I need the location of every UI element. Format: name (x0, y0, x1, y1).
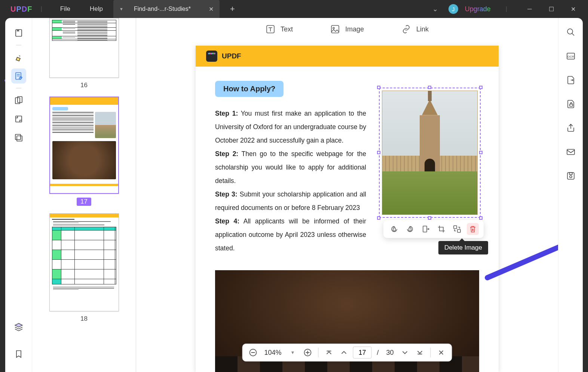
resize-handle[interactable] (428, 86, 431, 89)
edit-link-label: Link (416, 25, 429, 33)
steps-text: Step 1: You must first make an applicati… (215, 107, 366, 255)
left-toolbar (5, 18, 32, 372)
maximize-button[interactable]: ☐ (544, 6, 559, 13)
menu-file[interactable]: File (50, 5, 80, 13)
rotate-left-button[interactable] (388, 223, 400, 235)
search-button[interactable] (564, 25, 578, 39)
chevron-down-icon[interactable]: ⌄ (432, 5, 438, 13)
edit-text-button[interactable]: Text (266, 24, 293, 34)
protect-button[interactable] (564, 97, 578, 111)
document-area: Text Image Link UPDF How to Apply? (136, 18, 558, 372)
resize-handle[interactable] (428, 216, 431, 220)
replace-image-button[interactable] (451, 223, 463, 235)
thumbnail-number: 17 (77, 198, 91, 206)
titlebar: UPDF | File Help ▼ Find-and-...r-Studies… (0, 0, 588, 18)
redact-tool[interactable] (11, 130, 26, 145)
email-button[interactable] (564, 145, 578, 159)
minimize-button[interactable]: ─ (522, 6, 537, 12)
delete-image-button[interactable] (467, 223, 479, 235)
edit-image-button[interactable]: Image (330, 24, 364, 34)
convert-button[interactable] (564, 73, 578, 87)
resize-handle[interactable] (479, 86, 483, 89)
extract-image-button[interactable] (420, 223, 432, 235)
ocr-button[interactable]: OCR (564, 49, 578, 63)
thumbnail-page-16[interactable]: 16 (49, 18, 119, 89)
last-page-button[interactable] (414, 347, 426, 359)
rotate-right-button[interactable] (404, 223, 416, 235)
page-separator: / (375, 349, 381, 357)
svg-point-17 (567, 29, 573, 34)
thumbnail-page-18[interactable]: 18 (49, 213, 119, 323)
svg-rect-20 (570, 104, 573, 106)
crop-image-button[interactable] (435, 223, 447, 235)
delete-tooltip: Delete Image (438, 241, 488, 254)
svg-rect-6 (17, 136, 22, 141)
svg-rect-12 (423, 226, 427, 232)
tab-close-icon[interactable]: ✕ (209, 6, 214, 13)
svg-rect-22 (567, 173, 574, 179)
thumbnail-panel: 16 17 (32, 18, 136, 372)
crop-tool[interactable] (11, 112, 26, 126)
organize-tool[interactable] (11, 93, 26, 108)
share-button[interactable] (564, 121, 578, 135)
save-button[interactable] (564, 169, 578, 183)
menu-help[interactable]: Help (80, 5, 113, 13)
svg-rect-13 (454, 226, 457, 229)
first-page-button[interactable] (323, 347, 335, 359)
edit-toolbar: Text Image Link (136, 18, 558, 40)
close-button[interactable]: ✕ (566, 6, 581, 13)
pdf-page: UPDF How to Apply? Step 1: You must firs… (196, 46, 499, 372)
zoom-dropdown[interactable]: ▼ (287, 347, 299, 359)
edit-image-label: Image (345, 25, 364, 33)
thumbnail-page-17[interactable]: 17 (49, 97, 119, 206)
edit-text-label: Text (281, 25, 293, 33)
add-tab-button[interactable]: + (230, 4, 235, 14)
svg-text:OCR: OCR (567, 55, 574, 58)
layers-button[interactable] (11, 320, 26, 335)
page-banner: UPDF (196, 46, 499, 67)
resize-handle[interactable] (479, 216, 483, 220)
zoom-level: 104% (262, 349, 284, 357)
page-controls: 104% ▼ / 30 (242, 344, 452, 362)
zoom-in-button[interactable] (302, 347, 314, 359)
app-logo: UPDF (10, 5, 32, 13)
svg-rect-14 (457, 229, 460, 232)
image-edit-toolbar (383, 220, 484, 238)
updf-logo-icon (206, 51, 217, 62)
edit-link-button[interactable]: Link (401, 24, 429, 34)
separator: | (40, 6, 42, 12)
tab-dropdown-icon[interactable]: ▼ (119, 7, 123, 11)
document-canvas[interactable]: UPDF How to Apply? Step 1: You must firs… (136, 40, 558, 372)
svg-rect-21 (567, 149, 575, 155)
svg-rect-4 (16, 116, 22, 122)
next-page-button[interactable] (399, 347, 411, 359)
bookmark-button[interactable] (11, 347, 26, 362)
edit-tool[interactable] (11, 68, 26, 83)
svg-rect-8 (331, 25, 339, 33)
svg-point-23 (570, 176, 572, 178)
prev-page-button[interactable] (338, 347, 350, 359)
resize-handle[interactable] (377, 216, 380, 220)
svg-rect-5 (15, 134, 21, 140)
resize-handle[interactable] (377, 151, 380, 154)
main-area: 16 17 (5, 18, 583, 372)
tab-title: Find-and-...r-Studies* (134, 6, 191, 12)
user-avatar[interactable]: J (448, 4, 458, 14)
how-to-apply-badge: How to Apply? (215, 81, 284, 97)
reader-tool[interactable] (11, 25, 26, 40)
close-controls-button[interactable] (435, 347, 447, 359)
svg-rect-11 (409, 228, 411, 231)
resize-handle[interactable] (479, 151, 483, 154)
comment-tool[interactable] (11, 50, 26, 65)
document-tab[interactable]: ▼ Find-and-...r-Studies* ✕ (113, 0, 220, 18)
thumbnail-number: 18 (49, 315, 119, 323)
zoom-out-button[interactable] (247, 347, 259, 359)
right-toolbar: OCR (558, 18, 583, 372)
svg-rect-10 (393, 228, 395, 231)
page-input[interactable] (353, 347, 372, 359)
separator: | (506, 6, 507, 12)
upgrade-button[interactable]: Upgrade (465, 5, 491, 13)
svg-rect-24 (569, 173, 572, 174)
selected-image[interactable] (379, 88, 481, 218)
resize-handle[interactable] (377, 86, 380, 89)
